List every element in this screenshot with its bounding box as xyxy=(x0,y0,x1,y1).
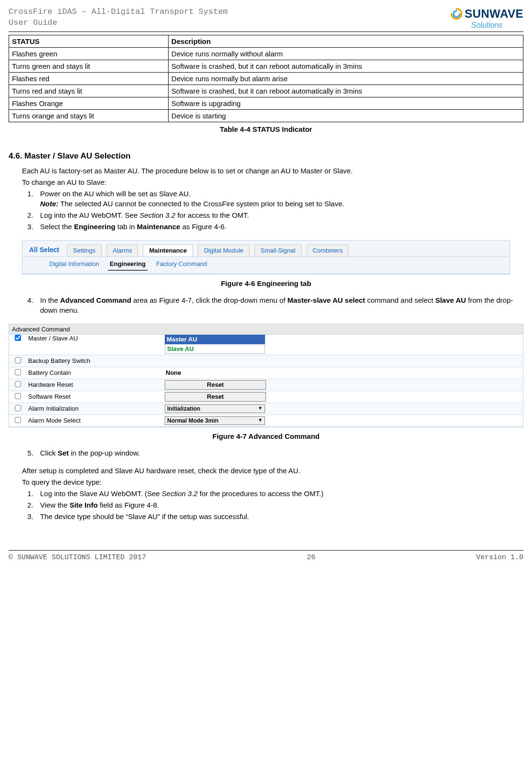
step-3: Select the Engineering tab in Maintenanc… xyxy=(35,222,523,232)
query-step-1: Log into the Slave AU WebOMT. (See Secti… xyxy=(35,488,523,499)
advanced-command-row: Software ResetReset xyxy=(9,391,523,403)
table-cell: Flashes Orange xyxy=(9,97,169,109)
row-checkbox[interactable] xyxy=(15,335,21,341)
row-label: Master / Slave AU xyxy=(26,335,165,342)
chevron-down-icon: ▼ xyxy=(258,405,263,411)
table-cell: Turns orange and stays lit xyxy=(9,109,169,122)
advanced-command-row: Alarm Mode SelectNormal Mode 3min▼ xyxy=(9,415,523,427)
advanced-command-row: Hardware ResetReset xyxy=(9,379,523,391)
table-cell: Device is starting xyxy=(168,109,523,122)
table-cell: Turns green and stays lit xyxy=(9,60,169,72)
subtab-factory-command[interactable]: Factory Command xyxy=(154,259,209,270)
step-2: Log into the AU WebOMT. See Section 3.2 … xyxy=(35,210,523,220)
tab-alarms[interactable]: Alarms xyxy=(106,244,138,256)
subtab-engineering[interactable]: Engineering xyxy=(108,259,148,270)
reset-button[interactable]: Reset xyxy=(165,392,266,402)
logo-subtitle: Solutions xyxy=(471,20,503,31)
row-checkbox[interactable] xyxy=(15,393,21,399)
subtab-digital-information[interactable]: Digital Information xyxy=(47,259,101,270)
table-row: Turns green and stays litSoftware is cra… xyxy=(9,60,523,72)
tab-combiners[interactable]: Combiners xyxy=(307,244,349,256)
section-heading: 4.6. Master / Slave AU Selection xyxy=(9,150,523,162)
query-step-3: The device type should be “Slave AU” if … xyxy=(35,511,523,521)
row-checkbox[interactable] xyxy=(15,381,21,387)
doc-title-line2: User Guide xyxy=(9,18,228,29)
step-5: Click Set in the pop-up window. xyxy=(35,448,523,458)
row-label: Alarm Mode Select xyxy=(26,417,165,425)
step-4: In the Advanced Command area as Figure 4… xyxy=(35,295,523,315)
row-checkbox[interactable] xyxy=(15,417,21,423)
value-none: None xyxy=(165,369,181,376)
advanced-command-row: Backup Battery Switch xyxy=(9,355,523,367)
footer-version: Version 1.0 xyxy=(476,552,523,563)
tab-maintenance[interactable]: Maintenance xyxy=(143,244,193,256)
table-cell: Turns red and stays lit xyxy=(9,85,169,97)
to-change-label: To change an AU to Slave: xyxy=(22,177,523,187)
figure-4-6-caption: Figure 4-6 Engineering tab xyxy=(9,278,523,288)
after-setup-note: After setup is completed and Slave AU ha… xyxy=(22,466,523,476)
table-row: Flashes greenDevice runs normally withou… xyxy=(9,47,523,60)
footer-page-number: 26 xyxy=(307,552,316,563)
tab-settings[interactable]: Settings xyxy=(67,244,102,256)
logo-word: SUNWAVE xyxy=(465,6,523,22)
figure-4-6-tabs: All Select Settings Alarms Maintenance D… xyxy=(22,240,510,275)
row-label: Alarm Initialization xyxy=(26,405,165,413)
brand-logo: SUNWAVE Solutions xyxy=(450,6,523,31)
table-row: Turns red and stays litSoftware is crash… xyxy=(9,85,523,97)
row-label: Software Reset xyxy=(26,393,165,401)
figure-4-7-caption: Figure 4-7 Advanced Command xyxy=(9,431,523,441)
tab-digital-module[interactable]: Digital Module xyxy=(198,244,249,256)
table-cell: Flashes green xyxy=(9,47,169,60)
select-box[interactable]: Normal Mode 3min▼ xyxy=(165,416,265,425)
doc-title-line1: CrossFire iDAS – All-Digital Transport S… xyxy=(9,7,228,18)
procedure-list-a-cont2: Click Set in the pop-up window. xyxy=(22,448,523,458)
advanced-command-row: Master / Slave AUMaster AUSlave AU xyxy=(9,335,523,355)
select-box[interactable]: Initialization▼ xyxy=(165,404,265,413)
row-checkbox[interactable] xyxy=(15,357,21,363)
advanced-command-title: Advanced Command xyxy=(9,324,523,335)
procedure-list-a: Power on the AU which will be set as Sla… xyxy=(22,189,523,232)
chevron-down-icon: ▼ xyxy=(258,417,263,423)
row-checkbox[interactable] xyxy=(15,405,21,411)
table-cell: Device runs normally without alarm xyxy=(168,47,523,60)
table-caption: Table 4-4 STATUS Indicator xyxy=(9,124,523,134)
table-cell: Flashes red xyxy=(9,72,169,85)
advanced-command-row: Battery ContainNone xyxy=(9,367,523,379)
dropdown-option-slave-au[interactable]: Slave AU xyxy=(165,344,265,354)
status-indicator-table: STATUS Description Flashes greenDevice r… xyxy=(9,35,523,122)
all-select-link[interactable]: All Select xyxy=(26,244,62,257)
doc-title: CrossFire iDAS – All-Digital Transport S… xyxy=(9,7,228,29)
table-header-description: Description xyxy=(168,35,523,47)
step-1: Power on the AU which will be set as Sla… xyxy=(35,189,523,209)
tab-small-signal[interactable]: Small-Signal xyxy=(255,244,302,256)
table-row: Flashes OrangeSoftware is upgrading xyxy=(9,97,523,109)
row-label: Battery Contain xyxy=(26,369,165,377)
figure-4-7-advanced-command: Advanced Command Master / Slave AUMaster… xyxy=(9,324,523,428)
row-label: Hardware Reset xyxy=(26,381,165,389)
table-row: Flashes redDevice runs normally but alar… xyxy=(9,72,523,85)
sunwave-swirl-icon xyxy=(450,8,463,20)
table-cell: Device runs normally but alarm arise xyxy=(168,72,523,85)
to-query-label: To query the device type: xyxy=(22,477,523,487)
procedure-list-a-cont: In the Advanced Command area as Figure 4… xyxy=(22,295,523,315)
page-header: CrossFire iDAS – All-Digital Transport S… xyxy=(9,7,523,32)
table-cell: Software is crashed, but it can reboot a… xyxy=(168,85,523,97)
table-row: Turns orange and stays litDevice is star… xyxy=(9,109,523,122)
row-label: Backup Battery Switch xyxy=(26,357,165,365)
query-step-2: View the Site Info field as Figure 4-8. xyxy=(35,500,523,510)
footer-copyright: © SUNWAVE SOLUTIONS LIMITED 2017 xyxy=(9,552,146,563)
row-checkbox[interactable] xyxy=(15,369,21,375)
table-cell: Software is upgrading xyxy=(168,97,523,109)
page-footer: © SUNWAVE SOLUTIONS LIMITED 2017 26 Vers… xyxy=(9,550,523,563)
table-header-status: STATUS xyxy=(9,35,169,47)
reset-button[interactable]: Reset xyxy=(165,380,266,390)
table-cell: Software is crashed, but it can reboot a… xyxy=(168,60,523,72)
section-intro: Each AU is factory-set as Master AU. The… xyxy=(22,166,523,176)
procedure-list-b: Log into the Slave AU WebOMT. (See Secti… xyxy=(22,488,523,521)
master-slave-dropdown[interactable]: Master AU xyxy=(165,335,265,344)
advanced-command-row: Alarm InitializationInitialization▼ xyxy=(9,403,523,415)
